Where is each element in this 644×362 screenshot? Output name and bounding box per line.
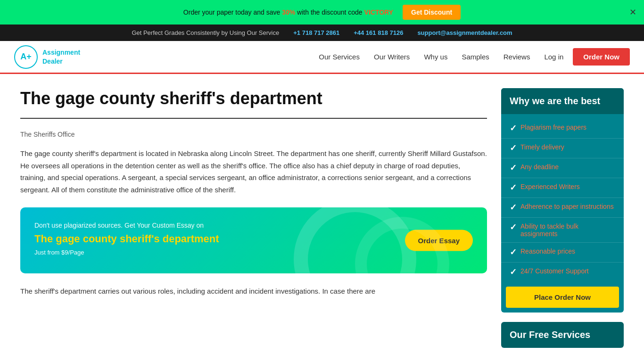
checkmark-icon: ✓ <box>510 182 517 193</box>
navbar: A+ AssignmentDealer Our Services Our Wri… <box>0 41 644 74</box>
free-services-box: Our Free Services <box>501 322 624 348</box>
article-divider <box>20 118 487 119</box>
article-area: The gage county sheriff's department The… <box>20 88 487 348</box>
close-banner-button[interactable]: ✕ <box>629 7 636 17</box>
banner-discount-pct: 30% <box>282 8 295 16</box>
order-essay-button[interactable]: Order Essay <box>405 230 473 251</box>
item-label: Ability to tackle bulk assignments <box>520 222 615 238</box>
article-body2: The sheriff's department carries out var… <box>20 285 487 297</box>
free-services-header: Our Free Services <box>501 322 624 348</box>
phone2-link[interactable]: +44 161 818 7126 <box>354 29 403 36</box>
get-discount-button[interactable]: Get Discount <box>403 5 461 20</box>
email-link[interactable]: support@assignmentdealer.com <box>417 29 512 36</box>
item-label: Plagiarism free papers <box>520 123 586 131</box>
checkmark-icon: ✓ <box>510 143 517 153</box>
why-best-box: Why we are the best ✓ Plagiarism free pa… <box>501 88 624 313</box>
list-item: ✓ Ability to tackle bulk assignments <box>501 218 624 243</box>
nav-samples[interactable]: Samples <box>462 53 489 61</box>
banner-text-after: with the discount code <box>295 8 364 16</box>
why-best-header: Why we are the best <box>501 88 624 114</box>
list-item: ✓ 24/7 Customer Support <box>501 263 624 282</box>
logo-text: AssignmentDealer <box>42 48 80 65</box>
list-item: ✓ Adherence to paper instructions <box>501 198 624 218</box>
banner-text-before: Order your paper today and save <box>183 8 282 16</box>
order-now-button[interactable]: Order Now <box>573 48 630 66</box>
top-banner: Order your paper today and save 30% with… <box>0 0 644 25</box>
item-label: 24/7 Customer Support <box>520 267 589 275</box>
contact-bar: Get Perfect Grades Consistently by Using… <box>0 25 644 41</box>
main-container: The gage county sheriff's department The… <box>11 74 633 362</box>
checkmark-icon: ✓ <box>510 247 517 257</box>
checkmark-icon: ✓ <box>510 202 517 213</box>
item-label: Adherence to paper instructions <box>520 203 614 210</box>
essay-box-price: Just from $9/Page <box>34 249 473 256</box>
item-label: Reasonable prices <box>520 247 575 255</box>
list-item: ✓ Reasonable prices <box>501 243 624 263</box>
article-subtitle: The Sheriffs Office <box>20 131 487 138</box>
essay-box-intro: Don't use plagiarized sources. Get Your … <box>34 222 473 229</box>
item-label: Experienced Writers <box>520 183 580 190</box>
list-item: ✓ Experienced Writers <box>501 178 624 198</box>
banner-code: VICTORY <box>364 8 393 16</box>
nav-our-services[interactable]: Our Services <box>319 53 360 61</box>
checkmark-icon: ✓ <box>510 267 517 277</box>
sidebar: Why we are the best ✓ Plagiarism free pa… <box>501 88 624 348</box>
list-item: ✓ Timely delivery <box>501 139 624 158</box>
item-label: Any deadline <box>520 163 559 171</box>
checkmark-icon: ✓ <box>510 163 517 173</box>
item-label: Timely delivery <box>520 143 564 151</box>
sidebar-why-list: ✓ Plagiarism free papers ✓ Timely delive… <box>501 114 624 287</box>
logo-link[interactable]: A+ AssignmentDealer <box>14 45 80 69</box>
essay-box: Don't use plagiarized sources. Get Your … <box>20 207 487 273</box>
nav-why-us[interactable]: Why us <box>424 53 447 61</box>
banner-text: Order your paper today and save 30% with… <box>183 8 393 16</box>
nav-links: Our Services Our Writers Why us Samples … <box>319 53 563 61</box>
checkmark-icon: ✓ <box>510 222 517 232</box>
list-item: ✓ Plagiarism free papers <box>501 119 624 139</box>
list-item: ✓ Any deadline <box>501 158 624 178</box>
article-body1: The gage county sheriff's department is … <box>20 148 487 196</box>
nav-login[interactable]: Log in <box>544 53 563 61</box>
nav-reviews[interactable]: Reviews <box>504 53 530 61</box>
logo-icon: A+ <box>14 45 38 69</box>
essay-box-title: The gage county sheriff's department <box>34 233 473 245</box>
contact-bar-text: Get Perfect Grades Consistently by Using… <box>132 29 279 36</box>
phone1-link[interactable]: +1 718 717 2861 <box>293 29 339 36</box>
place-order-button[interactable]: Place Order Now <box>506 287 619 308</box>
nav-our-writers[interactable]: Our Writers <box>374 53 410 61</box>
article-title: The gage county sheriff's department <box>20 88 487 108</box>
checkmark-icon: ✓ <box>510 123 517 133</box>
